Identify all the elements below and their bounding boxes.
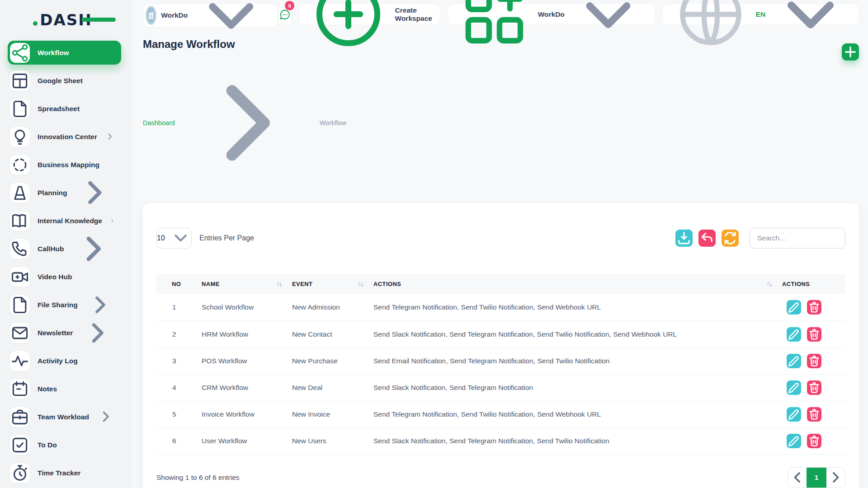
sidebar-item-time-tracker[interactable]: Time Tracker — [8, 461, 121, 485]
activity-pulse-icon — [10, 351, 30, 371]
workdo-menu-label: WorkDo — [538, 10, 565, 19]
sidebar-item-label: Innovation Center — [38, 133, 97, 141]
sidebar-item-label: Team Workload — [38, 413, 89, 421]
cell-actions: Send Email Notification, Send Telegram N… — [369, 347, 778, 374]
sidebar-item-planning[interactable]: Planning — [8, 181, 121, 205]
book-icon — [10, 211, 30, 231]
language-selector[interactable]: EN — [662, 4, 859, 25]
trash-icon — [807, 380, 821, 395]
dashed-circle-icon — [10, 155, 30, 175]
cell-name: School Workflow — [197, 294, 288, 321]
cell-event: New Invoice — [288, 401, 369, 427]
row-actions — [782, 434, 841, 448]
next-page-button[interactable] — [826, 468, 845, 488]
showing-entries-text: Showing 1 to 6 of 6 entries — [156, 474, 240, 482]
delete-button[interactable] — [807, 380, 821, 395]
edit-button[interactable] — [787, 354, 801, 368]
cell-actions: Send Slack Notification, Send Telegram N… — [369, 321, 778, 347]
edit-button[interactable] — [787, 407, 801, 422]
search-input[interactable] — [750, 228, 845, 249]
delete-button[interactable] — [807, 407, 821, 422]
cell-name: POS Workflow — [197, 347, 288, 374]
edit-button[interactable] — [787, 327, 801, 342]
cell-event: New Contact — [288, 321, 369, 347]
current-page-button[interactable]: 1 — [807, 468, 826, 488]
edit-button[interactable] — [787, 300, 801, 314]
chevron-right-icon — [72, 227, 115, 270]
sidebar-item-team-workload[interactable]: Team Workload — [8, 405, 121, 429]
briefcase-calendar-icon — [10, 407, 30, 427]
column-header-name-1[interactable]: NAME — [202, 281, 220, 287]
delete-button[interactable] — [807, 354, 821, 368]
sidebar-item-innovation-center[interactable]: Innovation Center — [8, 125, 121, 149]
sidebar-item-label: Spreadsheet — [38, 105, 115, 113]
bulb-icon — [10, 127, 30, 147]
row-actions — [782, 300, 841, 314]
workflow-table-body: 1 School Workflow New Admission Send Tel… — [156, 294, 845, 454]
sort-icon[interactable] — [357, 281, 364, 288]
cell-event: New Deal — [288, 374, 369, 401]
sort-icon[interactable] — [766, 281, 773, 288]
breadcrumb-separator-icon — [179, 55, 315, 191]
workspace-name: WorkDo — [161, 11, 188, 19]
workflow-share-icon — [10, 43, 30, 63]
sidebar-item-to-do[interactable]: To Do — [8, 433, 121, 457]
phone-icon — [10, 239, 30, 259]
column-header-event-2[interactable]: EVENT — [292, 281, 312, 287]
building-icon — [146, 10, 156, 21]
trash-icon — [807, 407, 821, 422]
refresh-button[interactable] — [722, 230, 739, 247]
sidebar-item-label: Video Hub — [38, 273, 115, 281]
sidebar-item-callhub[interactable]: CallHub — [8, 237, 121, 261]
table-row: 3 POS Workflow New Purchase Send Email N… — [156, 347, 845, 374]
previous-page-button[interactable] — [788, 468, 807, 488]
cell-actions: Send Slack Notification, Send Telegram N… — [369, 374, 778, 401]
delete-button[interactable] — [807, 300, 821, 314]
delete-button[interactable] — [807, 434, 821, 448]
sidebar-item-video-hub[interactable]: Video Hub — [8, 265, 121, 289]
breadcrumb-dashboard-link[interactable]: Dashboard — [143, 119, 175, 127]
sidebar-item-google-sheet[interactable]: Google Sheet — [8, 69, 121, 93]
cell-no: 1 — [156, 294, 197, 321]
column-header-actions-3[interactable]: ACTIONS — [373, 281, 401, 287]
cell-no: 6 — [156, 427, 197, 454]
messages-button[interactable]: 0 — [278, 4, 292, 25]
page-title: Manage Workflow — [143, 38, 346, 51]
language-label: EN — [756, 10, 766, 19]
sort-icon[interactable] — [276, 281, 283, 288]
envelope-icon — [10, 323, 30, 343]
cell-actions: Send Telegram Notification, Send Twilio … — [369, 401, 778, 427]
chevron-right-icon — [75, 173, 115, 213]
delete-button[interactable] — [807, 327, 821, 342]
edit-button[interactable] — [787, 434, 801, 448]
video-camera-icon — [10, 267, 30, 287]
entries-per-page-select[interactable]: 10 — [156, 228, 192, 249]
pencil-icon — [787, 380, 801, 395]
edit-button[interactable] — [787, 380, 801, 395]
sidebar-item-notes[interactable]: Notes — [8, 377, 121, 401]
pencil-icon — [787, 434, 801, 448]
sidebar-item-label: Time Tracker — [38, 469, 115, 477]
cell-no: 3 — [156, 347, 197, 374]
add-workflow-button[interactable] — [842, 43, 859, 61]
reset-button[interactable] — [698, 230, 716, 247]
cell-name: Invoice Workflow — [197, 401, 288, 427]
cell-event: New Admission — [288, 294, 369, 321]
cell-event: New Purchase — [288, 347, 369, 374]
sidebar-item-newsletter[interactable]: Newsletter — [8, 321, 121, 345]
sidebar-item-label: Notes — [38, 385, 115, 393]
brand-logo-text: DASH — [40, 11, 92, 29]
export-button[interactable] — [675, 230, 693, 247]
workdo-menu-button[interactable]: WorkDo — [448, 4, 655, 25]
create-workspace-button[interactable]: Create Workspace — [299, 4, 440, 25]
sidebar-item-workflow[interactable]: Workflow — [8, 41, 121, 65]
sidebar-item-label: Activity Log — [38, 357, 115, 365]
sidebar-item-file-sharing[interactable]: File Sharing — [8, 293, 121, 317]
cell-name: HRM Workflow — [197, 321, 288, 347]
sidebar-item-activity-log[interactable]: Activity Log — [8, 349, 121, 373]
sidebar-item-spreadsheet[interactable]: Spreadsheet — [8, 97, 121, 121]
notebook-calendar-icon — [10, 379, 30, 399]
sidebar-item-label: Newsletter — [38, 329, 73, 337]
brand-logo[interactable]: DASH — [0, 10, 132, 30]
workspace-switcher[interactable]: WorkDo — [143, 4, 278, 27]
